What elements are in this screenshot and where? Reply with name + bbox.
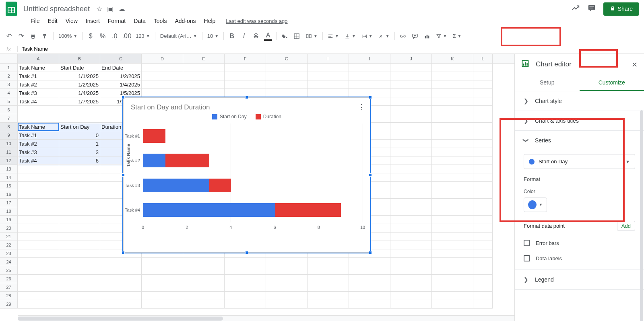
cell[interactable]: [225, 258, 266, 266]
cell[interactable]: 1/5/2025: [100, 89, 142, 97]
cell[interactable]: Task Name: [18, 64, 59, 72]
functions-button[interactable]: Σ▼: [450, 31, 464, 41]
embedded-chart[interactable]: Start on Day and Duration ⋮ Start on Day…: [123, 97, 370, 253]
cell[interactable]: [473, 190, 493, 199]
row-header[interactable]: 22: [0, 241, 18, 249]
cell[interactable]: 1/1/2025: [59, 72, 100, 80]
row-header[interactable]: 28: [0, 292, 18, 300]
undo-button[interactable]: ↶: [3, 31, 14, 42]
horizontal-scrollbar[interactable]: [18, 315, 514, 321]
cell[interactable]: [432, 190, 473, 199]
add-button[interactable]: Add: [617, 221, 635, 231]
cell[interactable]: [390, 249, 432, 258]
cell[interactable]: [390, 80, 432, 89]
cell[interactable]: [473, 165, 493, 173]
cell[interactable]: [100, 292, 142, 300]
cell[interactable]: [225, 80, 266, 89]
move-icon[interactable]: ▣: [107, 5, 114, 13]
row-header[interactable]: 24: [0, 258, 18, 266]
cell[interactable]: [432, 80, 473, 89]
col-header[interactable]: H: [308, 54, 349, 63]
cell[interactable]: [266, 64, 308, 72]
cell[interactable]: [59, 182, 100, 190]
cell[interactable]: 3: [59, 148, 100, 156]
cell[interactable]: [266, 266, 308, 275]
cell[interactable]: [225, 64, 266, 72]
cell[interactable]: [473, 114, 493, 123]
cell[interactable]: [432, 123, 473, 131]
cell[interactable]: [432, 106, 473, 114]
cell[interactable]: [266, 300, 308, 309]
cell[interactable]: [390, 266, 432, 275]
share-button[interactable]: Share: [603, 2, 639, 16]
cell[interactable]: [390, 89, 432, 97]
cell[interactable]: [473, 97, 493, 106]
merge-button[interactable]: ▼: [303, 31, 320, 41]
cell[interactable]: [266, 258, 308, 266]
v-align-button[interactable]: ▼: [342, 32, 358, 41]
cell[interactable]: [390, 72, 432, 80]
row-header[interactable]: 10: [0, 140, 18, 148]
row-header[interactable]: 26: [0, 275, 18, 283]
cell[interactable]: [473, 89, 493, 97]
cell[interactable]: [59, 241, 100, 249]
cell[interactable]: [390, 114, 432, 123]
cell[interactable]: [183, 258, 225, 266]
cell[interactable]: [100, 275, 142, 283]
cell[interactable]: [183, 89, 225, 97]
cell[interactable]: [18, 182, 59, 190]
last-edit-link[interactable]: Last edit was seconds ago: [226, 18, 287, 24]
bold-button[interactable]: B: [226, 31, 237, 42]
cell[interactable]: [18, 300, 59, 309]
font-size-select[interactable]: 10▼: [205, 31, 221, 41]
cell[interactable]: 0: [59, 131, 100, 140]
cell[interactable]: [183, 292, 225, 300]
cell[interactable]: [59, 216, 100, 224]
row-header[interactable]: 17: [0, 199, 18, 207]
cell[interactable]: [432, 199, 473, 207]
cell[interactable]: [473, 72, 493, 80]
cell[interactable]: [349, 275, 390, 283]
cell[interactable]: [432, 131, 473, 140]
cell[interactable]: [432, 114, 473, 123]
section-chart-axis-titles[interactable]: ❯Chart & axis titles: [515, 111, 644, 130]
cell[interactable]: [142, 72, 183, 80]
comment-button[interactable]: [409, 31, 421, 42]
section-chart-style[interactable]: ❯Chart style: [515, 91, 644, 111]
cell[interactable]: [59, 258, 100, 266]
strikethrough-button[interactable]: S: [250, 31, 262, 42]
cell[interactable]: [266, 283, 308, 292]
cell[interactable]: [473, 275, 493, 283]
cell[interactable]: [473, 283, 493, 292]
cell[interactable]: [18, 106, 59, 114]
menu-edit[interactable]: Edit: [45, 16, 61, 26]
cell[interactable]: [390, 64, 432, 72]
cell[interactable]: [59, 224, 100, 233]
cell[interactable]: [18, 199, 59, 207]
col-header[interactable]: G: [266, 54, 308, 63]
h-align-button[interactable]: ▼: [325, 32, 341, 41]
fill-color-button[interactable]: [279, 31, 290, 42]
row-header[interactable]: 11: [0, 148, 18, 156]
row-header[interactable]: 8: [0, 123, 18, 131]
zoom-select[interactable]: 100%▼: [56, 31, 80, 41]
cell[interactable]: [432, 89, 473, 97]
col-header[interactable]: A: [18, 54, 59, 63]
row-header[interactable]: 15: [0, 182, 18, 190]
cell[interactable]: [390, 300, 432, 309]
cell[interactable]: [390, 207, 432, 216]
cell[interactable]: [308, 292, 349, 300]
cell[interactable]: [473, 292, 493, 300]
col-header[interactable]: C: [100, 54, 142, 63]
cell[interactable]: [183, 80, 225, 89]
cell[interactable]: [473, 182, 493, 190]
cell[interactable]: [390, 140, 432, 148]
cell[interactable]: Task #2: [18, 80, 59, 89]
cell[interactable]: [18, 258, 59, 266]
cell[interactable]: [59, 275, 100, 283]
cell[interactable]: [432, 173, 473, 182]
cell[interactable]: [473, 241, 493, 249]
cell[interactable]: [349, 64, 390, 72]
cell[interactable]: [18, 216, 59, 224]
cell[interactable]: [349, 80, 390, 89]
